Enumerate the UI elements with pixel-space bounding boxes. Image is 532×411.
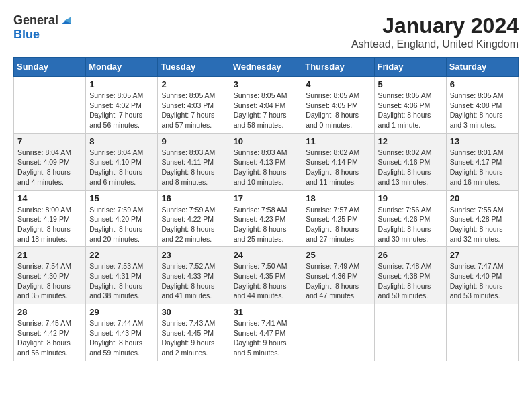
day-number: 15 — [89, 193, 154, 203]
day-number: 24 — [234, 250, 299, 260]
week-row-1: 1Sunrise: 8:05 AMSunset: 4:02 PMDaylight… — [14, 77, 519, 134]
day-info: Sunrise: 7:50 AMSunset: 4:35 PMDaylight:… — [234, 261, 299, 301]
week-row-4: 21Sunrise: 7:54 AMSunset: 4:30 PMDayligh… — [14, 247, 519, 304]
calendar-cell: 5Sunrise: 8:05 AMSunset: 4:06 PMDaylight… — [374, 77, 446, 134]
day-info: Sunrise: 8:05 AMSunset: 4:03 PMDaylight:… — [161, 91, 226, 130]
location: Ashtead, England, United Kingdom — [351, 38, 519, 50]
day-info: Sunrise: 7:48 AMSunset: 4:38 PMDaylight:… — [378, 261, 443, 301]
day-number: 14 — [17, 193, 82, 203]
day-info: Sunrise: 8:05 AMSunset: 4:02 PMDaylight:… — [89, 91, 154, 130]
header-friday: Friday — [374, 58, 446, 77]
week-row-2: 7Sunrise: 8:04 AMSunset: 4:09 PMDaylight… — [14, 133, 519, 190]
calendar-cell: 28Sunrise: 7:45 AMSunset: 4:42 PMDayligh… — [14, 304, 86, 361]
calendar-cell — [302, 304, 374, 361]
day-number: 12 — [378, 136, 443, 146]
header-thursday: Thursday — [302, 58, 374, 77]
day-number: 20 — [450, 193, 515, 203]
calendar-cell: 25Sunrise: 7:49 AMSunset: 4:36 PMDayligh… — [302, 247, 374, 304]
calendar-cell: 21Sunrise: 7:54 AMSunset: 4:30 PMDayligh… — [14, 247, 86, 304]
day-info: Sunrise: 8:03 AMSunset: 4:11 PMDaylight:… — [161, 148, 226, 187]
calendar-cell: 9Sunrise: 8:03 AMSunset: 4:11 PMDaylight… — [158, 133, 230, 190]
calendar-table: Sunday Monday Tuesday Wednesday Thursday… — [13, 57, 519, 361]
calendar-cell: 15Sunrise: 7:59 AMSunset: 4:20 PMDayligh… — [86, 190, 158, 247]
day-number: 17 — [234, 193, 299, 203]
calendar-cell: 12Sunrise: 8:02 AMSunset: 4:16 PMDayligh… — [374, 133, 446, 190]
calendar-cell: 4Sunrise: 8:05 AMSunset: 4:05 PMDaylight… — [302, 77, 374, 134]
day-number: 22 — [89, 250, 154, 260]
logo-icon — [59, 14, 71, 26]
day-info: Sunrise: 7:59 AMSunset: 4:22 PMDaylight:… — [161, 205, 226, 244]
calendar-cell: 8Sunrise: 8:04 AMSunset: 4:10 PMDaylight… — [86, 133, 158, 190]
day-info: Sunrise: 7:52 AMSunset: 4:33 PMDaylight:… — [161, 261, 226, 301]
calendar-cell: 14Sunrise: 8:00 AMSunset: 4:19 PMDayligh… — [14, 190, 86, 247]
day-info: Sunrise: 8:00 AMSunset: 4:19 PMDaylight:… — [17, 205, 82, 244]
day-number: 30 — [161, 307, 226, 317]
day-number: 2 — [161, 79, 226, 89]
calendar-cell: 18Sunrise: 7:57 AMSunset: 4:25 PMDayligh… — [302, 190, 374, 247]
logo-general-text: General — [13, 13, 58, 28]
calendar-cell: 31Sunrise: 7:41 AMSunset: 4:47 PMDayligh… — [230, 304, 302, 361]
day-info: Sunrise: 7:54 AMSunset: 4:30 PMDaylight:… — [17, 261, 82, 301]
day-number: 28 — [17, 307, 82, 317]
day-number: 29 — [89, 307, 154, 317]
calendar-cell: 24Sunrise: 7:50 AMSunset: 4:35 PMDayligh… — [230, 247, 302, 304]
day-info: Sunrise: 8:04 AMSunset: 4:10 PMDaylight:… — [89, 148, 154, 187]
header-tuesday: Tuesday — [158, 58, 230, 77]
day-number: 19 — [378, 193, 443, 203]
day-number: 13 — [450, 136, 515, 146]
day-info: Sunrise: 8:02 AMSunset: 4:16 PMDaylight:… — [378, 148, 443, 187]
day-number: 25 — [306, 250, 370, 260]
day-number: 3 — [234, 79, 299, 89]
day-info: Sunrise: 7:58 AMSunset: 4:23 PMDaylight:… — [234, 205, 299, 244]
day-info: Sunrise: 8:02 AMSunset: 4:14 PMDaylight:… — [306, 148, 370, 187]
week-row-5: 28Sunrise: 7:45 AMSunset: 4:42 PMDayligh… — [14, 304, 519, 361]
calendar-cell: 10Sunrise: 8:03 AMSunset: 4:13 PMDayligh… — [230, 133, 302, 190]
day-info: Sunrise: 7:59 AMSunset: 4:20 PMDaylight:… — [89, 205, 154, 244]
day-info: Sunrise: 7:56 AMSunset: 4:26 PMDaylight:… — [378, 205, 443, 244]
day-info: Sunrise: 7:47 AMSunset: 4:40 PMDaylight:… — [450, 261, 515, 301]
weekday-header-row: Sunday Monday Tuesday Wednesday Thursday… — [14, 58, 519, 77]
day-info: Sunrise: 8:05 AMSunset: 4:08 PMDaylight:… — [450, 91, 515, 130]
calendar-cell: 30Sunrise: 7:43 AMSunset: 4:45 PMDayligh… — [158, 304, 230, 361]
header: General Blue January 2024 Ashtead, Engla… — [13, 13, 519, 50]
header-monday: Monday — [86, 58, 158, 77]
calendar-cell: 1Sunrise: 8:05 AMSunset: 4:02 PMDaylight… — [86, 77, 158, 134]
day-info: Sunrise: 8:05 AMSunset: 4:05 PMDaylight:… — [306, 91, 370, 130]
day-info: Sunrise: 7:57 AMSunset: 4:25 PMDaylight:… — [306, 205, 370, 244]
day-info: Sunrise: 7:55 AMSunset: 4:28 PMDaylight:… — [450, 205, 515, 244]
day-info: Sunrise: 7:44 AMSunset: 4:43 PMDaylight:… — [89, 318, 154, 358]
calendar-cell: 3Sunrise: 8:05 AMSunset: 4:04 PMDaylight… — [230, 77, 302, 134]
day-number: 23 — [161, 250, 226, 260]
calendar-cell: 2Sunrise: 8:05 AMSunset: 4:03 PMDaylight… — [158, 77, 230, 134]
day-info: Sunrise: 7:43 AMSunset: 4:45 PMDaylight:… — [161, 318, 226, 358]
day-info: Sunrise: 7:45 AMSunset: 4:42 PMDaylight:… — [17, 318, 82, 358]
header-sunday: Sunday — [14, 58, 86, 77]
calendar-cell — [374, 304, 446, 361]
calendar-cell: 17Sunrise: 7:58 AMSunset: 4:23 PMDayligh… — [230, 190, 302, 247]
calendar-cell — [14, 77, 86, 134]
day-info: Sunrise: 7:41 AMSunset: 4:47 PMDaylight:… — [234, 318, 299, 358]
title-area: January 2024 Ashtead, England, United Ki… — [351, 13, 519, 50]
week-row-3: 14Sunrise: 8:00 AMSunset: 4:19 PMDayligh… — [14, 190, 519, 247]
logo-blue-text: Blue — [13, 28, 40, 42]
day-number: 6 — [450, 79, 515, 89]
calendar-cell: 20Sunrise: 7:55 AMSunset: 4:28 PMDayligh… — [446, 190, 518, 247]
day-number: 7 — [17, 136, 82, 146]
day-number: 1 — [89, 79, 154, 89]
calendar-cell — [446, 304, 518, 361]
day-number: 27 — [450, 250, 515, 260]
day-info: Sunrise: 8:05 AMSunset: 4:04 PMDaylight:… — [234, 91, 299, 130]
day-number: 10 — [234, 136, 299, 146]
day-number: 16 — [161, 193, 226, 203]
day-info: Sunrise: 8:01 AMSunset: 4:17 PMDaylight:… — [450, 148, 515, 187]
header-wednesday: Wednesday — [230, 58, 302, 77]
calendar-cell: 23Sunrise: 7:52 AMSunset: 4:33 PMDayligh… — [158, 247, 230, 304]
day-number: 4 — [306, 79, 370, 89]
day-number: 8 — [89, 136, 154, 146]
day-number: 26 — [378, 250, 443, 260]
day-info: Sunrise: 8:03 AMSunset: 4:13 PMDaylight:… — [234, 148, 299, 187]
calendar-cell: 22Sunrise: 7:53 AMSunset: 4:31 PMDayligh… — [86, 247, 158, 304]
day-number: 21 — [17, 250, 82, 260]
day-info: Sunrise: 8:05 AMSunset: 4:06 PMDaylight:… — [378, 91, 443, 130]
calendar-cell: 27Sunrise: 7:47 AMSunset: 4:40 PMDayligh… — [446, 247, 518, 304]
